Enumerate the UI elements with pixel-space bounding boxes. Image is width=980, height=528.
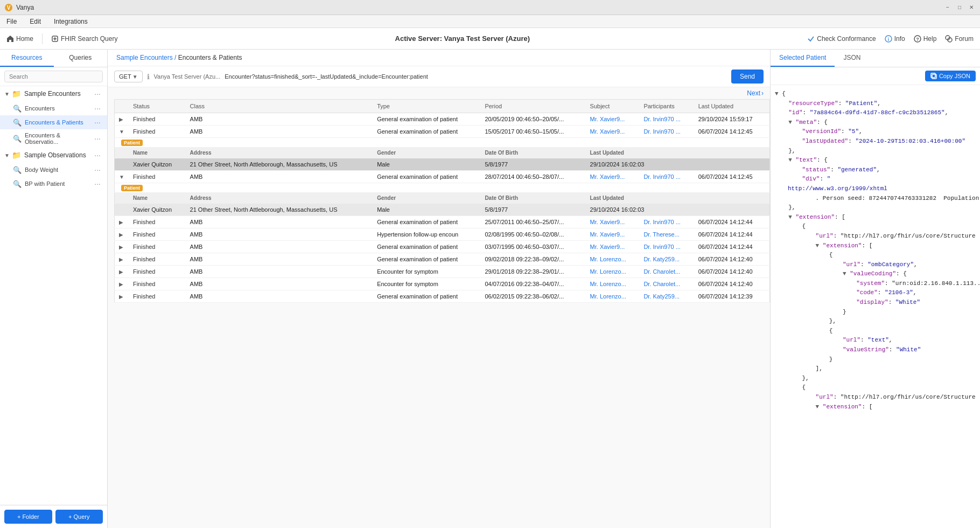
subject-cell[interactable]: Mr. Lorenzo...	[586, 290, 640, 303]
sidebar-item-encounters-observations[interactable]: 🔍 Encounters & Observatio... ···	[0, 129, 107, 148]
participants-cell[interactable]: Dr. Irvin970 ...	[639, 216, 694, 228]
class-cell: AMB	[186, 113, 373, 126]
help-btn[interactable]: ? Help	[914, 35, 937, 43]
table-wrapper: Status Class Type Period Subject Partici…	[108, 99, 770, 528]
server-url: Vanya Test Server (Azu...	[154, 73, 221, 80]
class-cell: AMB	[186, 266, 373, 278]
sidebar-content: ▼ 📁 Sample Encounters ··· 🔍 Encounters ·…	[0, 86, 107, 505]
next-btn[interactable]: Next ›	[747, 89, 764, 97]
query-icon-3: 🔍	[13, 135, 22, 143]
patient-address: 21 Other Street, North Attleborough, Mas…	[186, 204, 373, 216]
folder-icon-2: 📁	[12, 151, 21, 159]
sidebar-footer: + Folder + Query	[0, 505, 107, 528]
check-conformance-icon	[807, 35, 815, 43]
period-cell: 09/02/2018 09:22:38–09/02/...	[480, 253, 585, 266]
subject-cell[interactable]: Mr. Xavier9...	[586, 228, 640, 241]
expand-btn[interactable]: ▼	[115, 171, 129, 183]
subject-cell[interactable]: Mr. Lorenzo...	[586, 266, 640, 278]
check-conformance-btn[interactable]: Check Conformance	[807, 35, 876, 43]
sidebar-item-encounters[interactable]: 🔍 Encounters ···	[0, 101, 107, 115]
participants-cell[interactable]: Dr. Katy259...	[639, 253, 694, 266]
item-more-btn-4[interactable]: ···	[92, 165, 103, 174]
expand-btn[interactable]: ▶	[115, 113, 129, 126]
type-cell: Encounter for symptom	[373, 278, 480, 290]
maximize-btn[interactable]: □	[955, 3, 964, 12]
content-toolbar: GET ▼ ℹ Vanya Test Server (Azu... Encoun…	[108, 66, 770, 87]
subject-cell[interactable]: Mr. Xavier9...	[586, 113, 640, 126]
sidebar-item-body-weight[interactable]: 🔍 Body Weight ···	[0, 163, 107, 177]
expand-btn[interactable]: ▶	[115, 290, 129, 303]
home-nav-item[interactable]: Home	[6, 35, 33, 43]
sidebar-item-bp-patient[interactable]: 🔍 BP with Patient ···	[0, 177, 107, 191]
tab-selected-patient[interactable]: Selected Patient	[771, 50, 835, 67]
patient-data-row: Xavier Quitzon 21 Other Street, North At…	[115, 204, 770, 216]
forum-label: Forum	[955, 35, 974, 43]
home-label: Home	[16, 35, 33, 43]
sidebar-search-container	[0, 67, 107, 86]
patient-header-cell: Gender	[373, 148, 480, 158]
participants-cell[interactable]: Dr. Irvin970 ...	[639, 171, 694, 183]
subject-cell[interactable]: Mr. Xavier9...	[586, 241, 640, 253]
period-cell: 06/02/2015 09:22:38–06/02/...	[480, 290, 585, 303]
menu-file[interactable]: File	[4, 17, 19, 26]
send-btn[interactable]: Send	[731, 70, 764, 84]
fhir-label: FHIR Search Query	[61, 35, 117, 43]
group-more-btn-2[interactable]: ···	[92, 151, 103, 159]
expand-btn[interactable]: ▶	[115, 228, 129, 241]
json-line: "url": "http://hl7.org/fhir/us/core/Stru…	[775, 393, 976, 402]
participants-cell[interactable]: Dr. Charolet...	[639, 266, 694, 278]
subject-cell[interactable]: Mr. Xavier9...	[586, 171, 640, 183]
participants-cell[interactable]: Dr. Irvin970 ...	[639, 113, 694, 126]
tab-json[interactable]: JSON	[835, 50, 869, 67]
fhir-search-nav-item[interactable]: FHIR Search Query	[51, 35, 117, 43]
item-more-btn[interactable]: ···	[92, 104, 103, 113]
copy-json-btn[interactable]: Copy JSON	[925, 71, 976, 81]
subject-cell[interactable]: Mr. Lorenzo...	[586, 278, 640, 290]
item-more-btn-3[interactable]: ···	[92, 134, 103, 143]
last-updated-cell: 29/10/2024 15:59:17	[694, 113, 770, 126]
item-more-btn-2[interactable]: ···	[92, 118, 103, 127]
subject-cell[interactable]: Mr. Xavier9...	[586, 216, 640, 228]
json-line: "valueString": "White"	[775, 345, 976, 355]
expand-btn[interactable]: ▶	[115, 266, 129, 278]
participants-cell[interactable]: Dr. Therese...	[639, 228, 694, 241]
close-btn[interactable]: ✕	[967, 3, 976, 12]
expand-btn[interactable]: ▶	[115, 278, 129, 290]
copy-icon	[930, 73, 937, 79]
subject-cell[interactable]: Mr. Lorenzo...	[586, 253, 640, 266]
item-more-btn-5[interactable]: ···	[92, 179, 103, 188]
expand-btn[interactable]: ▶	[115, 241, 129, 253]
sidebar-group-header-sample-observations[interactable]: ▼ 📁 Sample Observations ···	[0, 148, 107, 163]
active-server-title: Active Server: Vanya Test Server (Azure)	[126, 34, 799, 43]
expand-btn[interactable]: ▶	[115, 216, 129, 228]
minimize-btn[interactable]: −	[943, 3, 952, 12]
forum-btn[interactable]: Forum	[945, 35, 974, 43]
sidebar-group-header-sample-encounters[interactable]: ▼ 📁 Sample Encounters ···	[0, 86, 107, 101]
subject-cell[interactable]: Mr. Xavier9...	[586, 126, 640, 138]
search-input[interactable]	[4, 71, 103, 82]
participants-cell[interactable]: Dr. Charolet...	[639, 278, 694, 290]
add-query-btn[interactable]: + Query	[55, 510, 103, 524]
participants-cell[interactable]: Dr. Irvin970 ...	[639, 241, 694, 253]
menu-integrations[interactable]: Integrations	[52, 17, 90, 26]
group-more-btn[interactable]: ···	[92, 89, 103, 98]
status-cell: Finished	[129, 216, 186, 228]
method-dropdown[interactable]: GET ▼	[114, 71, 143, 82]
tab-resources[interactable]: Resources	[0, 50, 54, 67]
json-line: ▼ "meta": {	[775, 118, 976, 128]
info-btn[interactable]: i Info	[885, 35, 905, 43]
participants-cell[interactable]: Dr. Katy259...	[639, 290, 694, 303]
url-path[interactable]: Encounter?status=finished&_sort=-_lastUp…	[225, 73, 727, 80]
expand-btn[interactable]: ▼	[115, 126, 129, 138]
add-folder-btn[interactable]: + Folder	[4, 510, 52, 524]
menu-edit[interactable]: Edit	[27, 17, 43, 26]
json-line: "status": "generated",	[775, 165, 976, 175]
col-class: Class	[186, 100, 373, 113]
sidebar-item-encounters-patients[interactable]: 🔍 Encounters & Patients ···	[0, 115, 107, 129]
fhir-icon	[51, 35, 59, 43]
expand-btn[interactable]: ▶	[115, 253, 129, 266]
tab-queries[interactable]: Queries	[54, 50, 108, 67]
patient-header-cell: Name	[129, 148, 186, 158]
breadcrumb-parent[interactable]: Sample Encounters	[116, 54, 173, 61]
participants-cell[interactable]: Dr. Irvin970 ...	[639, 126, 694, 138]
